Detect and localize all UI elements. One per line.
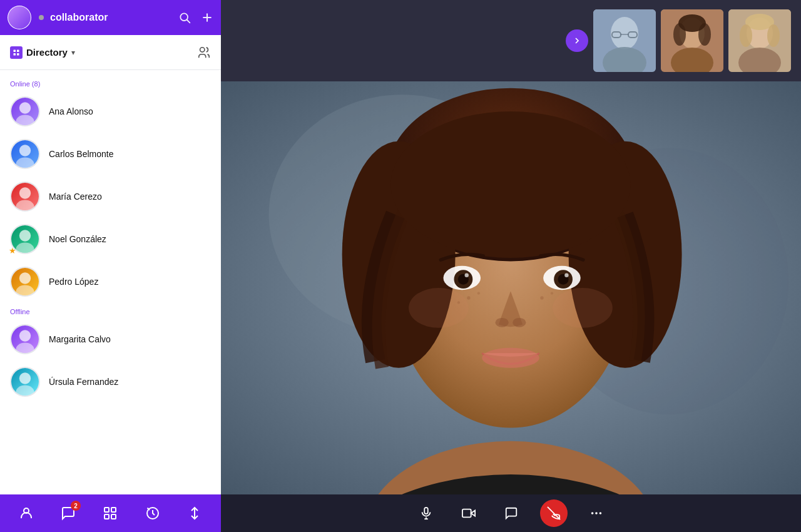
avatar <box>10 139 40 169</box>
sidebar: collaborator <box>0 0 221 532</box>
bottom-nav: 2 <box>0 494 221 532</box>
svg-point-74 <box>477 292 480 294</box>
svg-point-73 <box>467 296 470 299</box>
svg-rect-24 <box>105 508 109 512</box>
main-video-background <box>221 81 801 494</box>
svg-point-67 <box>564 274 568 277</box>
svg-point-15 <box>19 230 31 241</box>
svg-point-41 <box>673 23 686 46</box>
svg-rect-6 <box>14 53 16 56</box>
phone-icon <box>547 506 561 520</box>
directory-title-row[interactable]: Directory ▾ <box>10 46 75 59</box>
contact-item-carlos[interactable]: Carlos Belmonte <box>0 133 221 175</box>
next-button[interactable] <box>566 29 588 52</box>
contact-item-noel[interactable]: ★ Noel González <box>0 218 221 260</box>
directory-icon <box>10 46 23 59</box>
contact-name: Carlos Belmonte <box>49 149 114 159</box>
nav-item-chat[interactable]: 2 <box>53 498 83 528</box>
contact-name: Pedro López <box>49 277 98 287</box>
contact-name: Margarita Calvo <box>49 334 111 344</box>
thumbnail-1[interactable] <box>593 9 656 72</box>
controls-bar <box>221 494 801 532</box>
svg-point-84 <box>591 512 593 514</box>
svg-point-14 <box>16 200 34 212</box>
thumbnail-3[interactable] <box>728 9 791 72</box>
svg-rect-5 <box>17 49 19 52</box>
nav-item-transfer[interactable] <box>180 498 210 528</box>
svg-rect-4 <box>14 49 16 52</box>
avatar-wrap: ★ <box>10 224 40 254</box>
avatar-wrap <box>10 182 40 212</box>
svg-point-70 <box>482 348 539 368</box>
more-button[interactable] <box>583 499 610 527</box>
svg-point-47 <box>740 24 752 47</box>
nav-item-history[interactable] <box>138 498 168 528</box>
video-button[interactable] <box>455 499 482 527</box>
svg-point-77 <box>551 292 553 294</box>
svg-point-9 <box>19 102 31 113</box>
nav-item-people[interactable] <box>11 498 41 528</box>
thumbnail-2[interactable] <box>661 9 723 72</box>
svg-point-17 <box>19 272 31 284</box>
mic-button[interactable] <box>412 499 440 527</box>
contact-name: Noel González <box>49 234 106 244</box>
thumbnail-strip <box>221 0 801 81</box>
video-icon <box>462 506 476 520</box>
grid-icon <box>103 506 118 521</box>
contact-item-ana[interactable]: Ana Alonso <box>0 90 221 133</box>
contact-name: María Cerezo <box>49 192 102 202</box>
contact-item-margarita[interactable]: Margarita Calvo <box>0 318 221 361</box>
manage-people-icon[interactable] <box>197 46 211 59</box>
top-bar-icons <box>178 11 213 24</box>
svg-point-71 <box>409 288 469 328</box>
svg-rect-78 <box>424 508 428 514</box>
svg-point-18 <box>16 285 34 297</box>
chevron-down-icon: ▾ <box>71 48 75 57</box>
avatar-wrap <box>10 139 40 169</box>
online-section-label: Online (8) <box>0 75 221 90</box>
svg-point-22 <box>16 386 34 397</box>
contact-list: Online (8) Ana Alonso <box>0 70 221 494</box>
add-icon[interactable] <box>201 11 213 24</box>
contact-name: Ana Alonso <box>49 106 93 116</box>
contact-item-ursula[interactable]: Úrsula Fernandez <box>0 361 221 403</box>
contact-item-maria[interactable]: María Cerezo <box>0 175 221 218</box>
status-dot <box>39 15 44 20</box>
svg-point-10 <box>16 115 34 127</box>
svg-point-76 <box>540 296 543 299</box>
star-badge: ★ <box>9 246 16 255</box>
svg-point-12 <box>16 158 34 170</box>
person-icon <box>19 506 34 521</box>
avatar <box>10 367 40 397</box>
main-video <box>221 81 801 494</box>
history-icon <box>145 506 160 521</box>
svg-point-59 <box>390 111 630 258</box>
top-bar: collaborator <box>0 0 221 35</box>
offline-section-label: Offline <box>0 303 221 318</box>
contact-item-pedro[interactable]: Pedro López <box>0 260 221 303</box>
svg-point-20 <box>16 343 34 355</box>
avatar <box>10 96 40 126</box>
nav-item-grid[interactable] <box>95 498 125 528</box>
avatar-wrap <box>10 324 40 354</box>
svg-point-42 <box>698 23 711 46</box>
avatar-wrap <box>10 96 40 126</box>
svg-rect-26 <box>105 514 109 519</box>
svg-point-68 <box>495 318 508 327</box>
avatar-wrap <box>10 267 40 297</box>
svg-rect-82 <box>462 509 471 518</box>
chat-bubble-icon <box>504 506 518 520</box>
contact-name: Úrsula Fernandez <box>49 377 118 387</box>
svg-rect-27 <box>111 514 116 519</box>
svg-rect-7 <box>17 53 19 56</box>
hangup-button[interactable] <box>540 499 568 527</box>
svg-point-32 <box>611 17 638 49</box>
svg-point-19 <box>19 330 31 341</box>
directory-header: Directory ▾ <box>0 35 221 70</box>
svg-point-11 <box>19 145 31 156</box>
avatar <box>10 324 40 354</box>
search-icon[interactable] <box>178 11 191 24</box>
mic-icon <box>419 506 433 520</box>
svg-marker-81 <box>471 510 474 516</box>
chat-button[interactable] <box>497 499 525 527</box>
